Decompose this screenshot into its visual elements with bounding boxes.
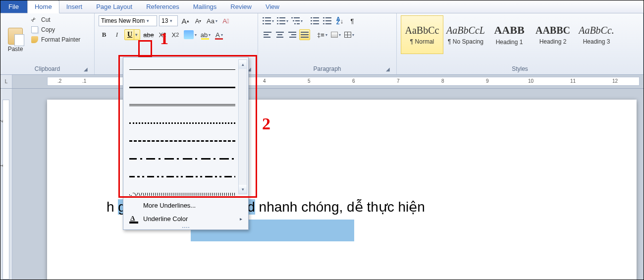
ribbon: Paste ✂ Cut Copy Format Painter Clipboar… (0, 13, 644, 75)
paste-label: Paste (8, 46, 23, 53)
underline-split-button[interactable]: U ▾ (124, 29, 140, 40)
submenu-arrow-icon: ▸ (240, 216, 242, 222)
justify-icon (301, 32, 309, 38)
paragraph-dialog-launcher[interactable]: ◢ (384, 65, 391, 72)
ribbon-tabs: File Home Insert Page Layout References … (0, 0, 644, 13)
underline-style-thick[interactable] (129, 78, 246, 96)
font-size-value: 13 (161, 17, 168, 24)
underline-style-double[interactable] (129, 96, 246, 114)
highlight-button[interactable]: ab (200, 29, 212, 40)
line-spacing-icon: ‡≡ (317, 31, 324, 39)
font-name-value: Times New Rom (101, 17, 145, 24)
bold-button[interactable]: B (99, 29, 109, 40)
italic-button[interactable]: I (111, 29, 122, 40)
align-center-button[interactable] (274, 29, 285, 40)
tab-view[interactable]: View (259, 0, 286, 13)
bullets-button[interactable] (262, 15, 275, 26)
dropdown-resize-grip[interactable] (123, 225, 248, 229)
borders-button[interactable] (343, 29, 355, 40)
tab-mailings[interactable]: Mailings (186, 0, 224, 13)
paste-icon (8, 28, 23, 45)
scroll-up-button[interactable]: ▴ (239, 60, 247, 69)
text-effects-icon (184, 30, 194, 39)
tab-references[interactable]: References (139, 0, 186, 13)
more-underlines-item[interactable]: More Underlines... (123, 199, 248, 212)
group-paragraph: AZ↓ ¶ ‡≡ Paragraph ◢ (258, 13, 397, 74)
more-underlines-label: More Underlines... (143, 202, 196, 209)
clipboard-group-label: Clipboard ◢ (4, 64, 90, 73)
copy-button[interactable]: Copy (29, 25, 82, 34)
cut-button[interactable]: ✂ Cut (29, 15, 82, 24)
strikethrough-button[interactable]: abe (142, 29, 155, 40)
decrease-indent-button[interactable] (310, 15, 321, 26)
font-name-combo[interactable]: Times New Rom▾ (99, 15, 157, 26)
superscript-button[interactable]: X2 (170, 29, 181, 40)
underline-color-item[interactable]: Underline Color ▸ (123, 212, 248, 225)
format-painter-label: Format Painter (41, 36, 80, 43)
underline-style-wave[interactable] (129, 185, 246, 196)
multilevel-list-button[interactable] (291, 15, 304, 26)
style-heading-1[interactable]: AABB Heading 1 (488, 15, 531, 54)
numbering-button[interactable] (276, 15, 289, 26)
styles-gallery[interactable]: AaBbCc ¶ Normal AaBbCcL ¶ No Spacing AAB… (401, 15, 639, 64)
shrink-font-button[interactable]: A▾ (193, 15, 204, 26)
tab-insert[interactable]: Insert (59, 0, 90, 13)
style-heading-3[interactable]: AaBbCc. Heading 3 (575, 15, 618, 54)
bullets-icon (263, 17, 271, 24)
font-color-button[interactable]: A (214, 29, 224, 40)
grow-font-button[interactable]: A▴ (180, 15, 191, 26)
clipboard-dialog-launcher[interactable]: ◢ (82, 65, 89, 72)
underline-style-dotted[interactable] (129, 114, 246, 132)
line-spacing-button[interactable]: ‡≡ (316, 29, 328, 40)
underline-color-label: Underline Color (143, 215, 188, 223)
align-center-icon (276, 32, 284, 38)
document-area: 2 1 h gạch chân trong Word nhanh chóng, … (0, 89, 644, 280)
paintbrush-icon (31, 36, 38, 43)
copy-label: Copy (41, 26, 55, 33)
shading-button[interactable] (330, 29, 342, 40)
underline-dropdown-arrow[interactable]: ▾ (134, 30, 139, 40)
change-case-button[interactable]: Aa (206, 15, 218, 26)
scroll-down-button[interactable]: ▾ (239, 185, 247, 194)
highlight-icon: ab (201, 31, 208, 39)
underline-style-dash-dot-dot[interactable] (129, 168, 246, 185)
sort-icon: AZ (336, 17, 340, 24)
underline-style-dashed[interactable] (129, 132, 246, 150)
tab-review[interactable]: Review (223, 0, 259, 13)
underline-style-single[interactable] (129, 60, 246, 78)
text-effects-button[interactable] (183, 29, 198, 40)
align-left-icon (264, 32, 271, 38)
increase-indent-icon (323, 17, 331, 24)
dropdown-scrollbar[interactable]: ▴ ▾ (238, 59, 247, 194)
font-size-combo[interactable]: 13▾ (159, 15, 178, 26)
file-tab[interactable]: File (0, 0, 27, 13)
tab-selector[interactable]: L (0, 75, 12, 88)
show-marks-button[interactable]: ¶ (347, 15, 358, 26)
tab-home[interactable]: Home (27, 0, 59, 13)
group-clipboard: Paste ✂ Cut Copy Format Painter Clipboar… (0, 13, 95, 74)
paragraph-group-label: Paragraph ◢ (262, 64, 392, 73)
align-right-button[interactable] (287, 29, 298, 40)
align-left-button[interactable] (262, 29, 273, 40)
decrease-indent-icon (311, 17, 319, 24)
underline-icon: U (126, 31, 134, 39)
clear-formatting-button[interactable]: A⃠ (220, 15, 231, 26)
multilevel-icon (292, 17, 300, 24)
style-heading-2[interactable]: AABBC Heading 2 (532, 15, 574, 54)
paste-button[interactable]: Paste (4, 15, 26, 64)
justify-button[interactable] (299, 29, 310, 40)
shading-icon (331, 32, 338, 38)
copy-icon (31, 26, 38, 33)
tab-page-layout[interactable]: Page Layout (89, 0, 139, 13)
style-no-spacing[interactable]: AaBbCcL ¶ No Spacing (444, 15, 487, 54)
sort-button[interactable]: AZ↓ (334, 15, 345, 26)
subscript-button[interactable]: X2 (157, 29, 168, 40)
underline-color-icon (129, 216, 138, 223)
vertical-ruler[interactable]: 2 1 (0, 89, 12, 280)
increase-indent-button[interactable] (322, 15, 333, 26)
format-painter-button[interactable]: Format Painter (29, 35, 82, 44)
underline-style-dash-dot[interactable] (129, 150, 246, 168)
numbering-icon (277, 17, 285, 24)
style-normal[interactable]: AaBbCc ¶ Normal (401, 15, 443, 54)
font-color-icon: A (215, 31, 220, 39)
